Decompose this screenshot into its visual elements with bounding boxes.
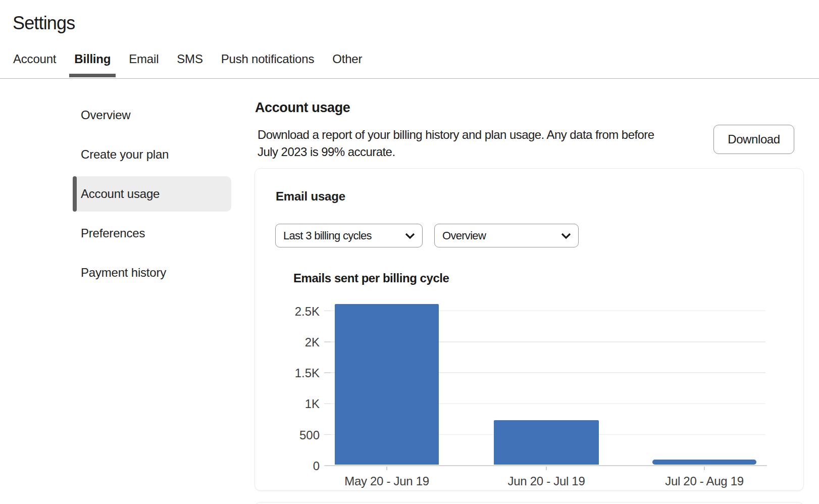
x-axis-label: Jul 20 - Aug 19 — [639, 474, 770, 489]
download-button[interactable]: Download — [713, 125, 794, 154]
x-axis-tick — [704, 467, 705, 470]
x-axis-label: May 20 - Jun 19 — [321, 474, 452, 489]
tab-email[interactable]: Email — [129, 52, 159, 67]
bar-may-20-jun-19 — [335, 304, 439, 465]
y-axis-tick — [324, 341, 331, 342]
billing-cycles-value: Last 3 billing cycles — [283, 229, 372, 242]
tab-other[interactable]: Other — [332, 52, 362, 67]
sidebar-item-label: Account usage — [81, 187, 160, 201]
view-dropdown[interactable]: Overview — [434, 224, 579, 247]
chart-title: Emails sent per billing cycle — [293, 270, 449, 287]
chevron-down-icon — [560, 232, 572, 239]
y-axis-tick — [324, 311, 331, 312]
bar-jul-20-aug-19 — [652, 460, 756, 465]
x-axis-tick — [546, 467, 547, 470]
billing-sidebar: OverviewCreate your planAccount usagePre… — [73, 97, 231, 294]
sidebar-item-account-usage[interactable]: Account usage — [73, 176, 231, 212]
bar-jun-20-jul-19 — [494, 420, 599, 465]
y-axis-label: 2.5K — [269, 304, 320, 319]
sidebar-item-label: Create your plan — [81, 147, 169, 162]
billing-cycles-dropdown[interactable]: Last 3 billing cycles — [275, 224, 423, 247]
tab-sms[interactable]: SMS — [177, 52, 202, 67]
y-axis-label: 1.5K — [269, 366, 320, 381]
y-axis-tick — [324, 434, 331, 435]
x-axis-label: Jun 20 - Jul 19 — [481, 474, 612, 489]
y-axis-label: 1K — [269, 396, 320, 412]
sidebar-item-payment-history[interactable]: Payment history — [73, 255, 231, 290]
y-axis-tick — [324, 372, 331, 373]
y-axis-tick — [324, 404, 331, 405]
sidebar-item-overview[interactable]: Overview — [73, 97, 231, 133]
email-usage-heading: Email usage — [276, 189, 345, 204]
y-axis-label: 2K — [269, 335, 320, 350]
y-axis-label: 500 — [269, 428, 320, 443]
tab-bar: AccountBillingEmailSMSPush notifications… — [13, 52, 362, 67]
tab-billing[interactable]: Billing — [74, 52, 111, 67]
sidebar-item-create-your-plan[interactable]: Create your plan — [73, 137, 231, 172]
header-divider — [0, 78, 819, 79]
tab-account[interactable]: Account — [13, 52, 56, 67]
sidebar-item-label: Payment history — [81, 266, 166, 280]
section-title: Account usage — [255, 99, 350, 116]
y-axis-label: 0 — [269, 459, 320, 474]
sidebar-item-preferences[interactable]: Preferences — [73, 216, 231, 251]
sidebar-item-label: Preferences — [81, 226, 145, 240]
next-card — [254, 502, 804, 504]
x-axis-tick — [386, 467, 387, 470]
page-title: Settings — [13, 12, 75, 35]
section-description: Download a report of your billing histor… — [258, 126, 672, 160]
chevron-down-icon — [404, 232, 416, 239]
view-value: Overview — [442, 229, 486, 242]
tab-push-notifications[interactable]: Push notifications — [221, 52, 315, 67]
sidebar-item-label: Overview — [81, 108, 130, 122]
